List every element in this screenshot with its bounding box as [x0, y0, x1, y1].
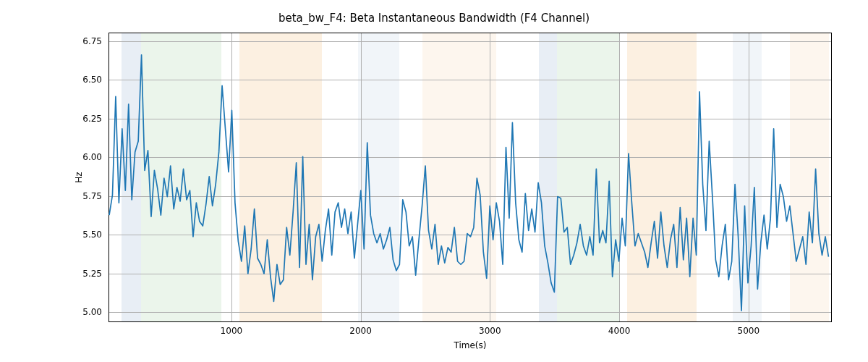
figure: beta_bw_F4: Beta Instantaneous Bandwidth… [0, 0, 868, 362]
ytick-label: 5.25 [73, 269, 102, 279]
ytick-label: 6.50 [73, 75, 102, 85]
ytick-label: 5.00 [73, 307, 102, 317]
x-axis-label: Time(s) [109, 340, 831, 350]
ytick-label: 5.50 [73, 230, 102, 240]
y-axis-label: Hz [74, 172, 84, 182]
ytick-label: 6.75 [73, 36, 102, 46]
ytick-label: 6.00 [73, 152, 102, 162]
xtick-label: 5000 [738, 326, 760, 336]
data-line [109, 33, 831, 321]
xtick-label: 1000 [221, 326, 243, 336]
xtick-label: 3000 [479, 326, 501, 336]
ytick-label: 6.25 [73, 114, 102, 124]
plot-axes: Time(s) Hz 5.005.255.505.756.006.256.506… [109, 33, 832, 322]
ytick-label: 5.75 [73, 191, 102, 201]
chart-title: beta_bw_F4: Beta Instantaneous Bandwidth… [0, 12, 868, 25]
series-line [109, 55, 828, 311]
xtick-label: 4000 [608, 326, 631, 336]
xtick-label: 2000 [349, 326, 372, 336]
